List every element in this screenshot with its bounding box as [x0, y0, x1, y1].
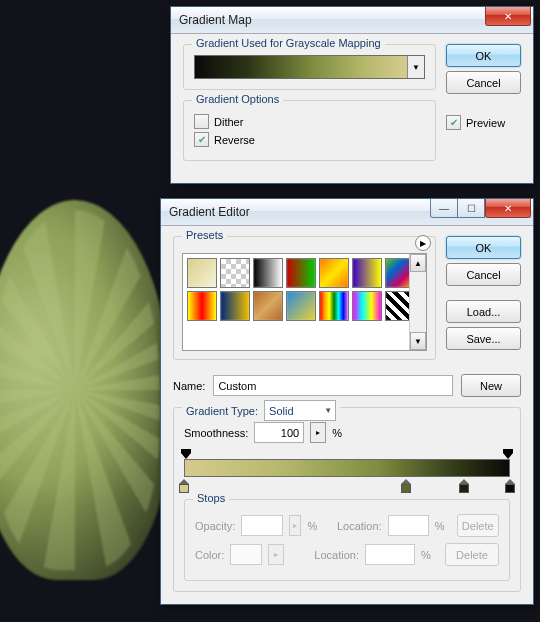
preset-swatch[interactable] — [319, 291, 349, 321]
color-popup-icon: ▸ — [268, 544, 284, 565]
gradient-type-label: Gradient Type: — [186, 405, 258, 417]
location-label: Location: — [314, 549, 359, 561]
opacity-popup-icon: ▸ — [289, 515, 302, 536]
reverse-label: Reverse — [214, 134, 255, 146]
minimize-icon[interactable]: — — [430, 199, 458, 218]
gradient-map-title: Gradient Map — [179, 13, 252, 27]
gradient-editor-titlebar[interactable]: Gradient Editor — ☐ ✕ — [161, 199, 533, 226]
scroll-track[interactable] — [410, 272, 426, 332]
maximize-icon[interactable]: ☐ — [458, 199, 485, 218]
preset-swatch[interactable] — [319, 258, 349, 288]
cancel-button[interactable]: Cancel — [446, 71, 521, 94]
color-stop[interactable] — [459, 479, 469, 493]
presets-group: Presets ▶ ▲ ▼ — [173, 236, 436, 360]
percent-label: % — [435, 520, 445, 532]
opacity-input — [241, 515, 282, 536]
ok-button[interactable]: OK — [446, 236, 521, 259]
location-label: Location: — [337, 520, 382, 532]
delete-opacity-button: Delete — [457, 514, 499, 537]
dither-label: Dither — [214, 116, 243, 128]
reverse-checkbox[interactable]: ✔ Reverse — [194, 132, 425, 147]
opacity-label: Opacity: — [195, 520, 235, 532]
name-label: Name: — [173, 380, 205, 392]
gradient-preview — [195, 56, 407, 78]
color-stop[interactable] — [179, 479, 189, 493]
cancel-button[interactable]: Cancel — [446, 263, 521, 286]
preset-swatch[interactable] — [352, 258, 382, 288]
gradient-options-group: Gradient Options Dither ✔ Reverse — [183, 100, 436, 161]
gradient-type-group: Gradient Type: Solid Smoothness: 100 ▸ %… — [173, 407, 521, 592]
background-ornament — [0, 200, 170, 580]
gradient-dropdown-icon[interactable]: ▼ — [407, 56, 424, 78]
gradient-map-titlebar[interactable]: Gradient Map ✕ — [171, 7, 533, 34]
gradient-options-label: Gradient Options — [192, 93, 283, 105]
gradient-editor-dialog: Gradient Editor — ☐ ✕ Presets ▶ ▲ ▼ — [160, 198, 534, 605]
gradient-map-dialog: Gradient Map ✕ Gradient Used for Graysca… — [170, 6, 534, 184]
gradient-preview-bar[interactable]: ▼ — [194, 55, 425, 79]
preset-swatch[interactable] — [286, 258, 316, 288]
smoothness-popup-icon[interactable]: ▸ — [310, 422, 326, 443]
preset-swatch[interactable] — [286, 291, 316, 321]
preset-swatch[interactable] — [187, 258, 217, 288]
color-label: Color: — [195, 549, 224, 561]
gradient-type-select[interactable]: Solid — [264, 400, 336, 421]
presets-label: Presets — [182, 229, 227, 241]
ok-button[interactable]: OK — [446, 44, 521, 67]
presets-menu-icon[interactable]: ▶ — [415, 235, 431, 251]
stops-group: Stops Opacity: ▸ % Location: % Delete Co… — [184, 499, 510, 581]
scroll-up-icon[interactable]: ▲ — [410, 254, 426, 272]
grayscale-mapping-group: Gradient Used for Grayscale Mapping ▼ — [183, 44, 436, 90]
dither-checkbox[interactable]: Dither — [194, 114, 425, 129]
preset-swatch[interactable] — [220, 258, 250, 288]
preset-scrollbar[interactable]: ▲ ▼ — [409, 254, 426, 350]
gradient-editor-title: Gradient Editor — [169, 205, 250, 219]
opacity-stop[interactable] — [503, 449, 513, 459]
checkbox-icon — [194, 114, 209, 129]
delete-color-button: Delete — [445, 543, 499, 566]
preset-swatch[interactable] — [253, 258, 283, 288]
gradient-track — [184, 459, 510, 477]
save-button[interactable]: Save... — [446, 327, 521, 350]
gradient-slider[interactable] — [184, 453, 510, 481]
preview-checkbox[interactable]: ✔ Preview — [446, 115, 521, 130]
grayscale-mapping-label: Gradient Used for Grayscale Mapping — [192, 37, 385, 49]
stops-label: Stops — [193, 492, 229, 504]
preset-swatch[interactable] — [253, 291, 283, 321]
close-icon[interactable]: ✕ — [485, 7, 531, 26]
checkbox-icon: ✔ — [446, 115, 461, 130]
preset-swatch[interactable] — [220, 291, 250, 321]
close-icon[interactable]: ✕ — [485, 199, 531, 218]
smoothness-input[interactable]: 100 — [254, 422, 304, 443]
color-location-input — [365, 544, 415, 565]
new-button[interactable]: New — [461, 374, 521, 397]
color-stop[interactable] — [505, 479, 515, 493]
opacity-stop[interactable] — [181, 449, 191, 459]
name-input[interactable]: Custom — [213, 375, 453, 396]
scroll-down-icon[interactable]: ▼ — [410, 332, 426, 350]
load-button[interactable]: Load... — [446, 300, 521, 323]
percent-label: % — [332, 427, 342, 439]
preview-label: Preview — [466, 117, 505, 129]
preset-swatch[interactable] — [352, 291, 382, 321]
percent-label: % — [421, 549, 431, 561]
opacity-location-input — [388, 515, 429, 536]
preset-list: ▲ ▼ — [182, 253, 427, 351]
smoothness-label: Smoothness: — [184, 427, 248, 439]
percent-label: % — [307, 520, 317, 532]
checkbox-icon: ✔ — [194, 132, 209, 147]
color-well — [230, 544, 262, 565]
color-stop[interactable] — [401, 479, 411, 493]
preset-swatch[interactable] — [187, 291, 217, 321]
